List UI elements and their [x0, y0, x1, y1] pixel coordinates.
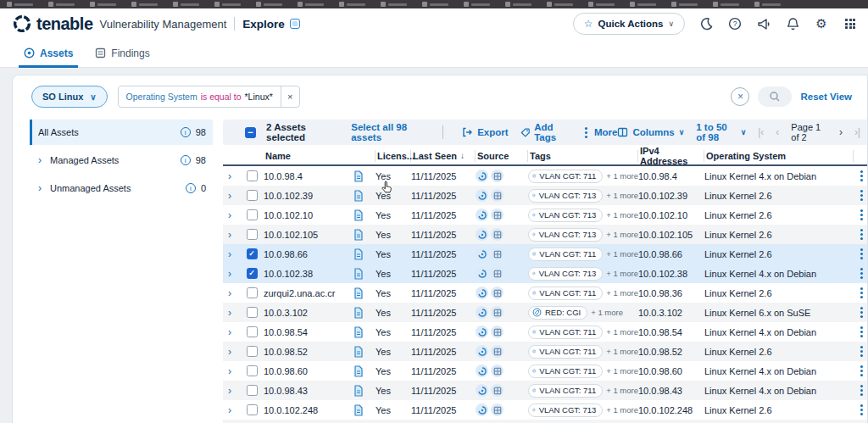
row-checkbox[interactable] — [247, 326, 258, 337]
bookmark-item[interactable] — [298, 2, 324, 7]
tag-pill[interactable]: VLAN CGT: 711 — [528, 365, 603, 378]
document-icon[interactable] — [353, 229, 364, 241]
bookmark-item[interactable] — [173, 2, 199, 7]
asset-name[interactable]: 10.0.98.43 — [264, 386, 353, 396]
document-icon[interactable] — [353, 404, 364, 416]
document-icon[interactable] — [353, 365, 364, 377]
tag-more-label[interactable]: + 1 more — [606, 405, 638, 415]
tag-more-label[interactable]: + 1 more — [606, 210, 638, 220]
tag-more-label[interactable]: + 1 more — [606, 269, 638, 278]
column-header-tags[interactable]: Tags — [528, 150, 638, 162]
table-row[interactable]: ›10.0.102.105Yes11/11/2025VLAN CGT: 713+… — [223, 225, 867, 244]
document-icon[interactable] — [353, 326, 364, 338]
tag-pill[interactable]: VLAN CGT: 711 — [528, 326, 603, 339]
table-row[interactable]: ›10.0.98.66Yes11/11/2025VLAN CGT: 711+ 1… — [223, 244, 867, 264]
bookmark-item[interactable] — [214, 2, 241, 7]
select-all-checkbox[interactable] — [245, 127, 256, 138]
tag-more-label[interactable]: + 1 more — [606, 386, 638, 395]
sidebar-item-managed-assets[interactable]: › Managed Assets i 98 — [30, 147, 213, 173]
asset-name[interactable]: 10.0.3.102 — [264, 308, 353, 318]
tag-pill[interactable]: VLAN CGT: 713 — [528, 404, 603, 417]
document-icon[interactable] — [353, 287, 364, 299]
table-row-partial[interactable]: › — [223, 420, 867, 423]
row-expand-chevron[interactable]: › — [223, 385, 240, 397]
bookmark-item[interactable] — [671, 2, 698, 7]
row-checkbox[interactable] — [247, 287, 258, 298]
bookmark-item[interactable] — [547, 2, 573, 7]
bookmark-item[interactable] — [90, 2, 116, 7]
sidebar-item-all-assets[interactable]: All Assets i 98 — [30, 120, 213, 145]
search-button[interactable] — [758, 86, 792, 107]
settings-gear-icon[interactable]: ⚙ — [814, 16, 829, 31]
last-page-button[interactable]: ›| — [854, 126, 860, 138]
column-header-source[interactable]: Source — [476, 150, 528, 162]
asset-name[interactable]: 10.0.102.105 — [264, 230, 353, 240]
row-expand-chevron[interactable]: › — [223, 209, 240, 221]
table-row[interactable]: ›10.0.98.60Yes11/11/2025VLAN CGT: 711+ 1… — [223, 361, 867, 381]
row-checkbox[interactable] — [247, 248, 258, 259]
clear-filters-icon[interactable]: × — [731, 87, 749, 106]
sort-descending-icon[interactable]: ↓ — [460, 151, 465, 160]
bookmark-item[interactable] — [630, 2, 656, 7]
bookmark-item[interactable] — [464, 2, 490, 7]
bookmark-item[interactable] — [505, 2, 531, 7]
tenable-logo[interactable]: tenable — [12, 14, 93, 34]
column-header-name[interactable]: Name — [264, 150, 376, 162]
asset-name[interactable]: 10.0.102.38 — [264, 269, 353, 279]
tag-more-label[interactable]: + 1 more — [606, 249, 638, 259]
column-header-ipv4[interactable]: IPv4 Addresses — [638, 150, 704, 162]
tag-more-label[interactable]: + 1 more — [606, 327, 638, 337]
document-icon[interactable] — [353, 209, 364, 221]
tag-more-label[interactable]: + 1 more — [606, 191, 638, 200]
asset-name[interactable]: 10.0.98.54 — [264, 327, 353, 337]
tag-pill[interactable]: RED: CGI — [528, 306, 587, 320]
row-actions-kebab[interactable] — [854, 194, 868, 197]
asset-name[interactable]: 10.0.102.39 — [264, 191, 353, 201]
select-all-assets-link[interactable]: Select all 98 assets — [351, 122, 431, 142]
row-expand-chevron[interactable]: › — [223, 287, 240, 299]
columns-button[interactable]: Columns ∨ — [617, 127, 684, 137]
row-expand-chevron[interactable]: › — [223, 307, 240, 319]
row-checkbox[interactable] — [247, 170, 258, 181]
asset-name[interactable]: 10.0.102.248 — [264, 405, 353, 415]
row-checkbox[interactable] — [247, 268, 258, 279]
rows-range-dropdown[interactable]: 1 to 50 of 98 ∨ — [696, 122, 746, 142]
row-checkbox[interactable] — [247, 404, 258, 415]
bookmark-item[interactable] — [713, 2, 739, 7]
row-checkbox[interactable] — [247, 209, 258, 220]
table-row[interactable]: ›10.0.3.102Yes11/11/2025RED: CGI+ 1 more… — [223, 303, 867, 322]
announcements-icon[interactable] — [756, 16, 771, 31]
bookmark-item[interactable] — [256, 2, 282, 7]
browser-bookmarks-bar[interactable] — [0, 0, 868, 8]
tag-more-label[interactable]: + 1 more — [606, 288, 638, 298]
tab-findings[interactable]: Findings — [95, 39, 149, 68]
tag-more-label[interactable]: + 1 more — [606, 171, 638, 181]
first-page-button[interactable]: |‹ — [758, 126, 764, 138]
apps-grid-icon[interactable] — [843, 16, 858, 31]
tag-pill[interactable]: VLAN CGT: 711 — [528, 345, 603, 359]
tag-more-label[interactable]: + 1 more — [606, 366, 638, 376]
row-checkbox[interactable] — [247, 365, 258, 376]
bookmark-item[interactable] — [588, 2, 615, 7]
app-switcher-icon[interactable] — [290, 19, 300, 29]
row-actions-kebab[interactable] — [854, 409, 868, 411]
table-row[interactable]: ›10.0.102.38Yes11/11/2025VLAN CGT: 713+ … — [223, 264, 867, 283]
row-actions-kebab[interactable] — [854, 331, 868, 333]
chevron-right-icon[interactable]: › — [38, 154, 50, 166]
document-icon[interactable] — [353, 248, 364, 260]
row-actions-kebab[interactable] — [854, 350, 868, 353]
row-actions-kebab[interactable] — [854, 292, 868, 294]
document-icon[interactable] — [353, 385, 364, 397]
bookmark-item[interactable] — [754, 2, 781, 7]
bookmark-item[interactable] — [7, 2, 33, 7]
asset-name[interactable]: 10.0.98.52 — [264, 347, 353, 357]
asset-name[interactable]: 10.0.98.66 — [264, 249, 353, 259]
quick-actions-button[interactable]: ☆ Quick Actions ∨ — [573, 13, 685, 35]
document-icon[interactable] — [353, 190, 364, 202]
table-row[interactable]: ›10.0.98.54Yes11/11/2025VLAN CGT: 711+ 1… — [223, 322, 867, 342]
row-expand-chevron[interactable]: › — [223, 404, 240, 416]
row-checkbox[interactable] — [247, 346, 258, 357]
row-checkbox[interactable] — [247, 307, 258, 318]
row-checkbox[interactable] — [247, 385, 258, 396]
row-expand-chevron[interactable]: › — [223, 268, 240, 280]
